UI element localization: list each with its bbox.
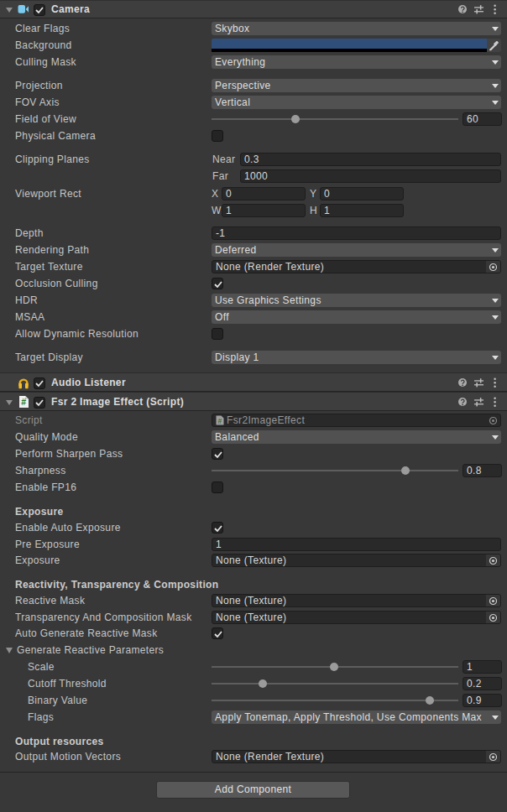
svg-text:#: # — [21, 397, 26, 407]
svg-text:#: # — [217, 417, 222, 425]
